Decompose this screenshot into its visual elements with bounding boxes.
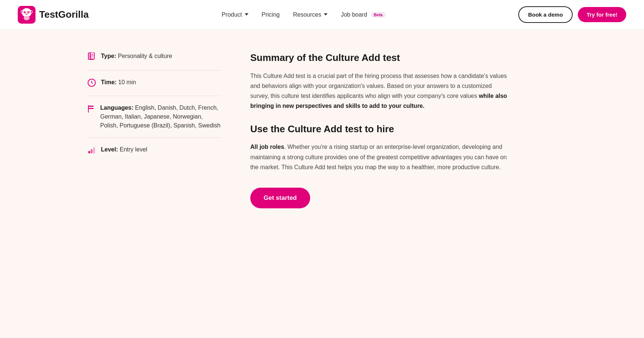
- content-wrapper: Type: Personality & culture Time: 10 min: [88, 52, 568, 208]
- beta-badge: Beta: [371, 12, 386, 18]
- book-demo-button[interactable]: Book a demo: [518, 6, 572, 23]
- try-free-button[interactable]: Try for free!: [578, 7, 626, 22]
- nav-resources[interactable]: Resources: [293, 11, 327, 18]
- logo-link[interactable]: TestGorilla: [18, 6, 89, 24]
- section2-body: All job roles. Whether you're a rising s…: [250, 142, 509, 172]
- nav-actions: Book a demo Try for free!: [518, 6, 626, 23]
- sidebar-level-item: Level: Entry level: [88, 138, 221, 163]
- navigation: TestGorilla Product Pricing Resources Jo…: [0, 0, 644, 30]
- nav-pricing[interactable]: Pricing: [262, 11, 280, 18]
- sidebar-time-label: Time: 10 min: [101, 78, 136, 87]
- sidebar-type-item: Type: Personality & culture: [88, 52, 221, 71]
- sidebar-languages-label: Languages: English, Danish, Dutch, Frenc…: [100, 103, 221, 130]
- bar-chart-icon: [88, 146, 96, 156]
- sidebar-time-item: Time: 10 min: [88, 71, 221, 96]
- svg-rect-24: [93, 147, 95, 153]
- get-started-button[interactable]: Get started: [250, 188, 310, 208]
- sidebar-level-label: Level: Entry level: [101, 145, 147, 154]
- svg-point-10: [25, 13, 28, 15]
- clock-icon: [88, 79, 96, 88]
- svg-point-1: [22, 8, 31, 17]
- chevron-down-icon: [245, 13, 248, 16]
- svg-point-11: [24, 16, 30, 20]
- section1-title: Summary of the Culture Add test: [250, 52, 509, 64]
- svg-point-8: [21, 11, 23, 13]
- sidebar: Type: Personality & culture Time: 10 min: [88, 52, 221, 163]
- logo-text: TestGorilla: [39, 9, 89, 20]
- section1-body: This Culture Add test is a crucial part …: [250, 71, 509, 111]
- chevron-down-icon: [324, 13, 328, 16]
- section2-title: Use the Culture Add test to hire: [250, 123, 509, 136]
- logo-icon: [18, 6, 35, 24]
- page-background: Type: Personality & culture Time: 10 min: [0, 30, 644, 338]
- nav-jobboard[interactable]: Job board Beta: [341, 11, 386, 18]
- svg-point-5: [28, 11, 29, 12]
- svg-rect-23: [91, 149, 93, 153]
- sidebar-type-label: Type: Personality & culture: [101, 52, 172, 61]
- main-content: Summary of the Culture Add test This Cul…: [250, 52, 509, 208]
- document-icon: [88, 52, 96, 63]
- svg-rect-20: [88, 108, 94, 109]
- flag-icon: [88, 105, 95, 115]
- svg-rect-18: [88, 106, 94, 107]
- svg-point-4: [24, 11, 25, 12]
- nav-product[interactable]: Product: [221, 11, 248, 18]
- svg-point-9: [31, 11, 32, 13]
- sidebar-languages-item: Languages: English, Danish, Dutch, Frenc…: [88, 96, 221, 138]
- svg-rect-22: [88, 151, 90, 153]
- nav-links: Product Pricing Resources Job board Beta: [221, 11, 386, 18]
- svg-rect-19: [88, 107, 94, 108]
